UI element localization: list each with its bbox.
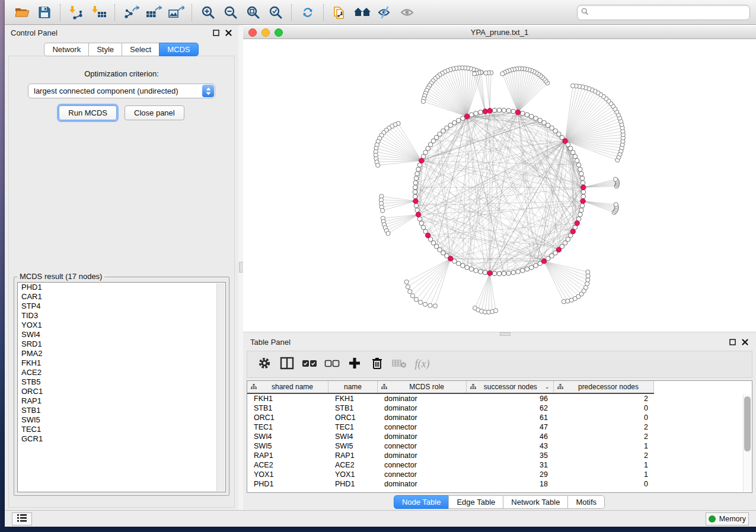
sort-chevron-icon[interactable]: ⌄ — [545, 383, 550, 390]
network-node[interactable] — [578, 167, 583, 172]
status-menu-button[interactable] — [12, 512, 32, 525]
cell-shared-name[interactable]: RAP1 — [247, 451, 328, 460]
network-node[interactable] — [534, 264, 538, 268]
result-node[interactable]: FKH1 — [18, 358, 225, 368]
network-node[interactable] — [413, 185, 417, 190]
network-node[interactable] — [506, 271, 511, 275]
cell-name[interactable]: RAP1 — [328, 451, 378, 460]
network-node[interactable] — [506, 108, 511, 113]
network-node[interactable] — [521, 268, 525, 273]
cell-shared-name[interactable]: YOX1 — [247, 470, 328, 479]
table-row[interactable]: YOX1YOX1connector291 — [247, 470, 752, 479]
tab-network-table[interactable]: Network Table — [503, 495, 568, 509]
network-node[interactable] — [581, 194, 586, 199]
network-node[interactable] — [465, 265, 470, 270]
zoom-fit-button[interactable] — [242, 2, 264, 23]
network-node[interactable] — [502, 271, 506, 276]
close-window-icon[interactable] — [248, 28, 257, 37]
network-node[interactable] — [479, 270, 483, 274]
network-leaf-node[interactable] — [406, 285, 410, 289]
network-hub-node[interactable] — [581, 185, 586, 190]
cell-predecessor-nodes[interactable]: 0 — [554, 404, 654, 412]
network-node[interactable] — [492, 271, 497, 276]
network-node[interactable] — [581, 190, 586, 194]
network-node[interactable] — [525, 113, 529, 117]
cell-name[interactable]: STB1 — [328, 404, 378, 412]
network-node[interactable] — [479, 110, 483, 115]
network-leaf-node[interactable] — [423, 302, 427, 306]
float-panel-icon[interactable] — [212, 29, 220, 37]
network-node[interactable] — [497, 108, 502, 113]
table-row[interactable]: SWI4SWI4dominator462 — [247, 432, 752, 441]
network-hub-node[interactable] — [570, 229, 575, 234]
network-leaf-node[interactable] — [410, 294, 414, 298]
add-column-button[interactable] — [344, 355, 365, 374]
zoom-out-button[interactable] — [219, 2, 242, 23]
network-node[interactable] — [579, 171, 584, 176]
cell-shared-name[interactable]: ACE2 — [247, 461, 328, 469]
delete-column-button[interactable] — [367, 355, 387, 374]
column-header-MCDS-role[interactable]: MCDS role — [378, 381, 467, 393]
export-network-button[interactable] — [120, 2, 142, 23]
export-table-button[interactable] — [142, 2, 165, 23]
network-leaf-node[interactable] — [386, 231, 390, 235]
cell-shared-name[interactable]: STB1 — [247, 404, 328, 412]
network-node[interactable] — [413, 181, 418, 185]
hide-selected-button[interactable] — [374, 2, 396, 23]
network-node[interactable] — [413, 194, 417, 199]
result-node[interactable]: ACE2 — [18, 368, 225, 377]
close-panel-button[interactable]: Close panel — [125, 105, 184, 120]
cell-MCDS-role[interactable]: dominator — [378, 480, 467, 488]
tab-style[interactable]: Style — [88, 43, 122, 56]
network-node[interactable] — [414, 203, 419, 208]
network-node[interactable] — [415, 171, 420, 176]
result-node[interactable]: PMA2 — [18, 349, 225, 358]
cell-successor-nodes[interactable]: 96 — [467, 395, 554, 403]
network-node[interactable] — [419, 221, 424, 226]
network-leaf-node[interactable] — [500, 72, 505, 76]
splitter-handle[interactable] — [500, 332, 511, 336]
network-node[interactable] — [521, 111, 525, 116]
function-builder-button[interactable]: f(x) — [412, 355, 432, 374]
network-node[interactable] — [457, 118, 461, 123]
network-node[interactable] — [529, 114, 534, 119]
network-node[interactable] — [469, 113, 474, 117]
network-hub-node[interactable] — [563, 139, 567, 143]
network-node[interactable] — [414, 176, 419, 181]
network-node[interactable] — [578, 212, 583, 217]
cell-successor-nodes[interactable]: 62 — [467, 404, 554, 412]
network-node[interactable] — [542, 120, 547, 125]
network-node[interactable] — [511, 270, 516, 275]
cell-MCDS-role[interactable]: dominator — [378, 404, 467, 412]
cell-successor-nodes[interactable]: 29 — [467, 470, 554, 479]
network-hub-node[interactable] — [448, 256, 453, 261]
network-node[interactable] — [580, 203, 585, 208]
table-row[interactable]: PHD1PHD1dominator180 — [247, 479, 752, 489]
cell-successor-nodes[interactable]: 47 — [467, 423, 554, 431]
cell-MCDS-role[interactable]: connector — [378, 442, 467, 450]
network-leaf-node[interactable] — [408, 289, 412, 293]
cell-shared-name[interactable]: PHD1 — [247, 480, 328, 488]
network-hub-node[interactable] — [487, 108, 492, 113]
table-row[interactable]: STB1STB1dominator620 — [247, 403, 752, 413]
network-leaf-node[interactable] — [428, 303, 432, 307]
network-leaf-node[interactable] — [421, 100, 425, 104]
result-node[interactable]: STB5 — [18, 377, 225, 387]
cell-MCDS-role[interactable]: dominator — [378, 414, 467, 422]
search-input[interactable] — [591, 8, 746, 17]
cell-shared-name[interactable]: SWI4 — [247, 432, 328, 441]
network-node[interactable] — [580, 181, 585, 185]
network-node[interactable] — [534, 116, 538, 121]
network-node[interactable] — [573, 154, 578, 159]
result-node[interactable]: YOX1 — [18, 321, 225, 330]
show-columns-button[interactable] — [277, 355, 297, 374]
cell-name[interactable]: ACE2 — [328, 461, 378, 469]
network-leaf-node[interactable] — [586, 270, 590, 274]
table-row[interactable]: ACE2ACE2connector311 — [247, 460, 752, 470]
select-all-checks-button[interactable] — [299, 355, 320, 374]
network-node[interactable] — [579, 208, 584, 213]
first-neighbors-button[interactable] — [351, 2, 374, 23]
result-node[interactable]: ORC1 — [18, 387, 225, 396]
result-list-scrollbar[interactable] — [216, 283, 225, 491]
network-leaf-node[interactable] — [414, 297, 418, 302]
